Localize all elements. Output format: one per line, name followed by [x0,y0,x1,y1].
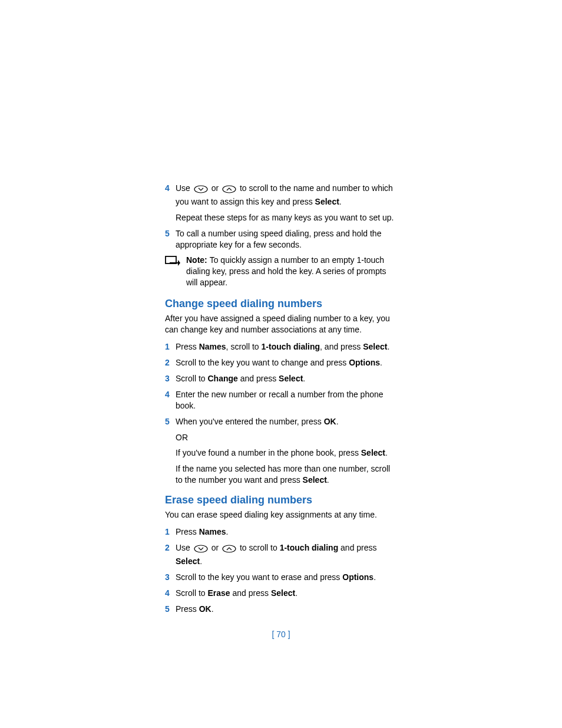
bold-text: OK [324,417,336,426]
note-text: Note: To quickly assign a number to an e… [186,255,397,288]
bold-text: Select [315,197,339,206]
bold-text: Erase [207,588,230,598]
text-fragment: Use [176,183,193,193]
text-fragment: . [303,374,305,383]
step-subtext: If you've found a number in the phone bo… [176,447,397,459]
text-fragment: . [211,604,214,614]
section-intro: You can erase speed dialing key assignme… [165,509,397,521]
text-fragment: Press [176,342,199,351]
step-number: 2 [165,357,176,368]
text-fragment: . [336,417,339,426]
bold-text: Names [199,342,226,351]
text-fragment: If you've found a number in the phone bo… [176,448,361,457]
list-item: 2 Scroll to the key you want to change a… [165,357,397,368]
note-arrow-icon [165,256,180,269]
step-number: 5 [165,604,176,615]
list-item: 4 Enter the new number or recall a numbe… [165,389,397,411]
bold-text: Names [199,527,226,536]
bold-text: Select [361,448,385,457]
step-number: 3 [165,572,176,583]
step-text: Scroll to Erase and press Select. [176,588,397,599]
list-item: 5 When you've entered the number, press … [165,416,397,427]
text-fragment: . [200,556,202,566]
bold-text: Select [271,588,295,598]
step-text: Scroll to the key you want to erase and … [176,572,397,583]
step-text: Scroll to Change and press Select. [176,373,397,384]
text-fragment: . [380,358,382,367]
text-fragment: and press [230,588,271,598]
bold-text: Select [363,342,387,351]
svg-point-1 [223,186,236,193]
step-number: 4 [165,183,176,207]
step-text: Use or to scroll to the name and number … [176,183,397,207]
text-fragment: Scroll to the key you want to erase and … [176,572,342,582]
note-body: To quickly assign a number to an empty 1… [186,255,386,287]
text-fragment: Press [176,604,199,614]
text-fragment: or [209,183,221,193]
step-number: 3 [165,373,176,384]
text-fragment: , and press [320,342,363,351]
bold-text: Select [303,475,327,485]
text-fragment: . [295,588,297,598]
step-number: 1 [165,341,176,353]
text-fragment: Press [176,527,199,536]
bold-text: 1-touch dialing [262,342,320,351]
down-key-icon [194,185,208,196]
list-item: 1 Press Names. [165,526,397,538]
text-fragment: Scroll to [176,374,207,383]
text-fragment: Scroll to the key you want to change and… [176,358,349,367]
text-fragment: If the name you selected has more than o… [176,464,390,485]
text-fragment: . [387,342,389,351]
list-item: 1 Press Names, scroll to 1-touch dialing… [165,341,397,353]
list-item: 3 Scroll to the key you want to erase an… [165,572,397,583]
list-item: 5 Press OK. [165,604,397,615]
step-number: 2 [165,542,176,567]
text-fragment: . [373,572,376,582]
list-item: 5 To call a number using speed dialing, … [165,228,397,251]
section-heading: Erase speed dialing numbers [165,493,397,507]
bold-text: Select [279,374,303,383]
text-fragment: . [339,197,342,206]
step-text: Press OK. [176,604,397,615]
step-subtext: If the name you selected has more than o… [176,463,397,486]
text-fragment: or [209,543,221,552]
bold-text: Options [342,572,373,582]
svg-point-0 [194,186,207,193]
list-item: 4 Use or to scroll to the name and numbe… [165,183,397,207]
step-text: Scroll to the key you want to change and… [176,357,397,368]
svg-point-3 [194,545,207,552]
step-subtext: Repeat these steps for as many keys as y… [176,212,397,223]
step-number: 5 [165,228,176,251]
text-fragment: to scroll to [237,543,280,552]
text-fragment: and press [338,543,376,552]
text-fragment: . [226,527,229,536]
bold-text: Options [349,358,380,367]
step-number: 4 [165,588,176,599]
step-number: 4 [165,389,176,411]
text-fragment: When you've entered the number, press [176,417,324,426]
step-text: To call a number using speed dialing, pr… [176,228,397,251]
note-label: Note: [186,255,210,265]
list-item: 3 Scroll to Change and press Select. [165,373,397,384]
step-text: Press Names. [176,526,397,538]
text-fragment: Use [176,543,193,552]
step-text: Press Names, scroll to 1-touch dialing, … [176,341,397,353]
bold-text: Select [176,556,200,566]
section-heading: Change speed dialing numbers [165,297,397,311]
text-fragment: . [385,448,388,457]
step-text: When you've entered the number, press OK… [176,416,397,427]
text-fragment: and press [238,374,279,383]
bold-text: OK [199,604,211,614]
text-fragment: , scroll to [226,342,262,351]
svg-point-4 [223,545,236,552]
text-fragment: to scroll to the name and number to whic… [176,183,393,206]
list-item: 4 Scroll to Erase and press Select. [165,588,397,599]
bold-text: 1-touch dialing [280,543,339,552]
note-block: Note: To quickly assign a number to an e… [165,255,397,288]
step-text: Enter the new number or recall a number … [176,389,397,411]
list-item: 2 Use or to scroll to 1-touch dialing an… [165,542,397,567]
bold-text: Change [207,374,237,383]
down-key-icon [194,545,208,556]
text-fragment: . [327,475,329,485]
step-subtext: OR [176,432,397,443]
